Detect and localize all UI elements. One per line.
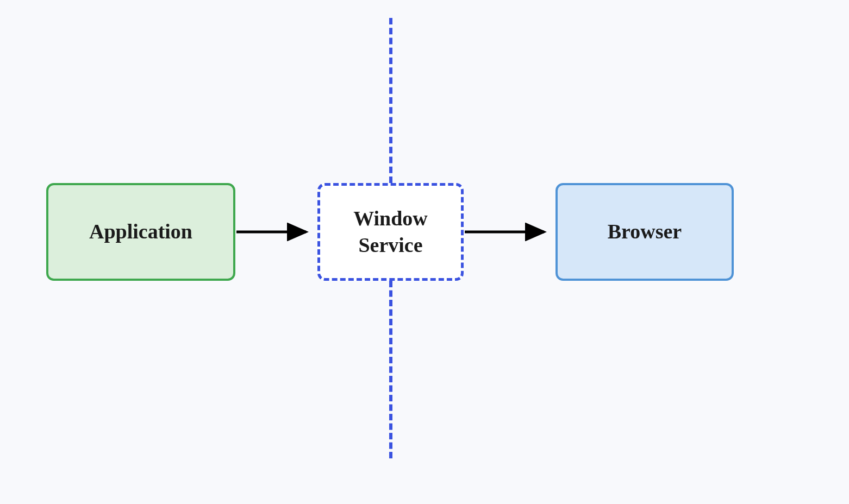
node-browser: Browser: [555, 183, 734, 281]
node-browser-label: Browser: [608, 218, 682, 245]
node-application: Application: [46, 183, 235, 281]
node-application-label: Application: [89, 218, 192, 245]
arrow-application-to-window-service: [235, 223, 317, 241]
boundary-divider-bottom: [389, 281, 392, 458]
node-window-service: Window Service: [317, 183, 464, 281]
architecture-diagram: Application Window Service Browser: [0, 0, 849, 504]
node-window-service-label: Window Service: [326, 205, 455, 259]
arrow-window-service-to-browser: [464, 223, 555, 241]
boundary-divider-top: [389, 18, 392, 183]
